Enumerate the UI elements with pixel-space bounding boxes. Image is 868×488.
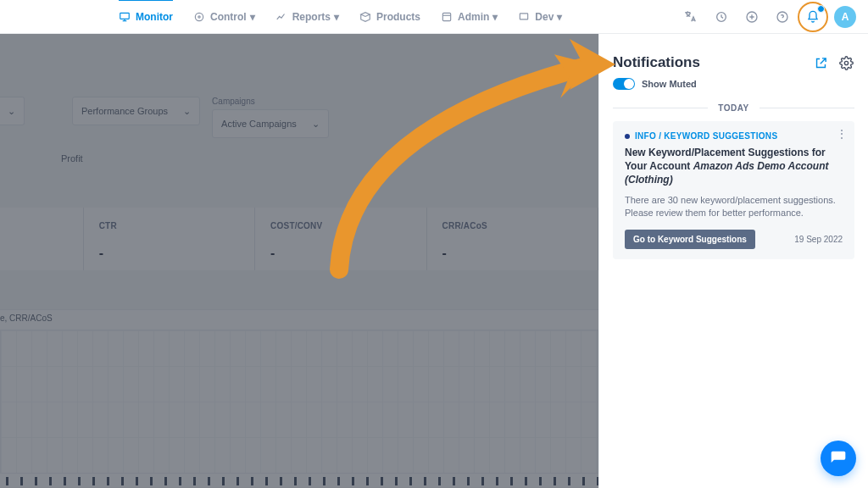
avatar-initial: A	[842, 11, 849, 23]
panel-header: Notifications	[613, 54, 854, 71]
open-external-icon[interactable]	[812, 54, 829, 71]
nav-reports[interactable]: Reports ▾	[275, 0, 339, 33]
nav-dev[interactable]: Dev ▾	[518, 0, 562, 33]
nav-dev-label: Dev	[535, 11, 554, 23]
notification-footer: Go to Keyword Suggestions 19 Sep 2022	[625, 230, 843, 249]
divider-label: TODAY	[718, 103, 748, 113]
nav-admin[interactable]: Admin ▾	[441, 0, 498, 33]
panel-title: Notifications	[613, 54, 700, 71]
show-muted-toggle[interactable]	[613, 78, 635, 90]
go-to-keyword-suggestions-button[interactable]: Go to Keyword Suggestions	[625, 230, 755, 249]
svg-rect-3	[442, 13, 450, 20]
svg-point-1	[195, 13, 203, 20]
notification-date: 19 Sep 2022	[794, 235, 843, 244]
svg-point-2	[198, 15, 200, 17]
nav-products-label: Products	[376, 11, 420, 23]
products-icon	[359, 11, 371, 23]
control-icon	[193, 11, 205, 23]
toggle-row: Show Muted	[613, 78, 854, 90]
main-content: ⌄ Performance Groups ⌄ Campaigns Active …	[0, 34, 598, 488]
add-icon[interactable]	[743, 8, 761, 26]
dev-icon	[518, 11, 530, 23]
nav-monitor[interactable]: Monitor	[119, 0, 173, 33]
chat-widget-button[interactable]	[821, 441, 856, 476]
nav-admin-label: Admin	[458, 11, 489, 23]
nav-control-label: Control	[210, 11, 247, 23]
notification-category: INFO / KEYWORD SUGGESTIONS	[625, 131, 843, 141]
notifications-panel: Notifications Show Muted TODAY ⋮ INFO / …	[598, 34, 868, 488]
caret-icon: ▾	[334, 11, 339, 23]
notification-more-icon[interactable]: ⋮	[836, 128, 848, 140]
notification-title: New Keyword/Placement Suggestions for Yo…	[625, 146, 843, 187]
caret-icon: ▾	[250, 11, 255, 23]
chat-icon	[830, 450, 847, 467]
gear-icon[interactable]	[837, 54, 854, 71]
svg-point-7	[777, 12, 787, 22]
bell-unread-dot	[817, 5, 825, 13]
caret-icon: ▾	[557, 11, 562, 23]
nav-monitor-label: Monitor	[136, 11, 173, 23]
nav-reports-label: Reports	[292, 11, 331, 23]
date-divider: TODAY	[613, 103, 854, 113]
toggle-knob	[624, 79, 634, 89]
svg-point-8	[844, 61, 848, 64]
user-avatar[interactable]: A	[834, 6, 856, 28]
category-dot-icon	[625, 134, 630, 139]
nav-products[interactable]: Products	[359, 0, 420, 33]
reports-icon	[275, 11, 287, 23]
translate-icon[interactable]	[682, 8, 700, 26]
help-icon[interactable]	[773, 8, 792, 26]
nav-control[interactable]: Control ▾	[193, 0, 255, 33]
top-bar: Monitor Control ▾ Reports ▾ Products Adm…	[0, 0, 868, 34]
monitor-icon	[119, 11, 131, 23]
svg-rect-0	[120, 13, 130, 19]
dim-overlay[interactable]	[0, 34, 598, 488]
top-right: A	[682, 0, 856, 33]
notification-desc: There are 30 new keyword/placement sugge…	[625, 194, 843, 220]
category-label: INFO / KEYWORD SUGGESTIONS	[635, 131, 777, 141]
caret-icon: ▾	[492, 11, 498, 23]
clock-icon[interactable]	[712, 8, 731, 26]
body: ⌄ Performance Groups ⌄ Campaigns Active …	[0, 34, 868, 488]
notifications-bell-button[interactable]	[804, 8, 822, 26]
top-nav: Monitor Control ▾ Reports ▾ Products Adm…	[119, 0, 562, 33]
show-muted-label: Show Muted	[642, 79, 697, 89]
svg-rect-4	[520, 13, 528, 19]
notification-card[interactable]: ⋮ INFO / KEYWORD SUGGESTIONS New Keyword…	[613, 121, 854, 259]
admin-icon	[441, 11, 453, 23]
